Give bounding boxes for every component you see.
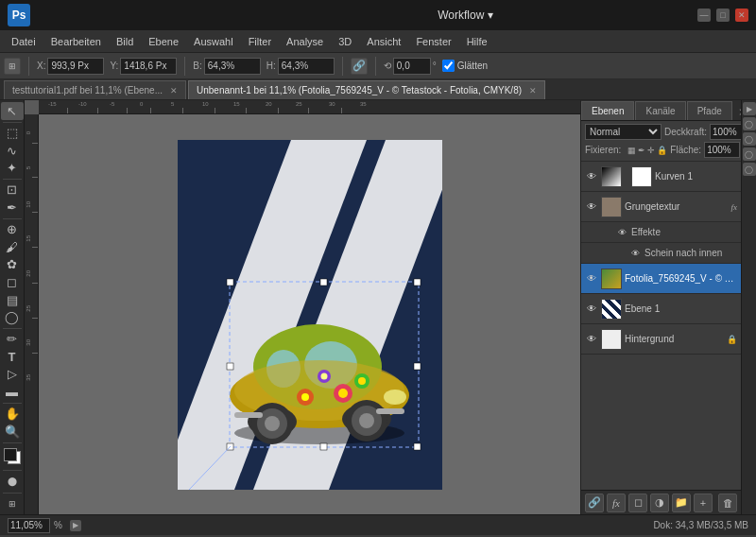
layer-new-button[interactable]: +	[694, 494, 713, 512]
ruler-h-label-8: 20	[266, 101, 272, 107]
menu-auswahl[interactable]: Auswahl	[186, 34, 241, 49]
fr-btn-5[interactable]: ◯	[743, 163, 756, 176]
tool-clone[interactable]: ✿	[1, 256, 24, 274]
layer-adjustment-button[interactable]: ◑	[650, 494, 669, 512]
layer-hintergrund[interactable]: 👁 Hintergrund 🔒	[581, 324, 741, 355]
layer-grungetextur-eye[interactable]: 👁	[585, 200, 598, 214]
layer-ebene1[interactable]: 👁 Ebene 1	[581, 294, 741, 324]
tool-dodge[interactable]: ◯	[1, 308, 24, 326]
tab-kanaele[interactable]: Kanäle	[635, 101, 685, 120]
x-input[interactable]	[47, 58, 104, 75]
panel-more-btn[interactable]: ≫	[733, 104, 741, 120]
ruler-h-label-3: -5	[110, 101, 114, 107]
tool-crop[interactable]: ⊡	[1, 182, 24, 199]
tool-lasso[interactable]: ∿	[1, 142, 24, 160]
maximize-button[interactable]: □	[716, 9, 730, 22]
lock-position-icon[interactable]: ✛	[647, 146, 655, 155]
tool-heal[interactable]: ⊕	[1, 221, 24, 239]
layer-kurven1-mask	[631, 166, 652, 187]
link-icon[interactable]: 🔗	[351, 58, 368, 75]
layer-ebene1-eye[interactable]: 👁	[585, 303, 598, 316]
fr-btn-3[interactable]: ◯	[743, 132, 756, 146]
tool-shape[interactable]: ▬	[1, 383, 24, 401]
transform-options-icon[interactable]: ⊞	[4, 58, 21, 75]
minimize-button[interactable]: —	[697, 9, 711, 22]
layer-grungetextur[interactable]: 👁 Grungetextur fx	[581, 192, 741, 222]
tool-move[interactable]: ↖	[1, 102, 24, 120]
tool-eyedropper[interactable]: ✒	[1, 199, 24, 217]
menu-3d[interactable]: 3D	[331, 34, 359, 49]
canvas-document[interactable]: ↗	[39, 114, 580, 514]
tool-eraser[interactable]: ◻	[1, 273, 24, 291]
options-bar: ⊞ X: Y: B: H: 🔗 ⟲ ° Glätten	[0, 53, 756, 79]
ruler-v-label-4: 15	[26, 235, 31, 242]
layer-schein-sub: 👁 Schein nach innen	[581, 243, 741, 264]
tool-quick-mask[interactable]: ⬤	[1, 473, 24, 491]
menu-fenster[interactable]: Fenster	[408, 34, 458, 49]
tab-unbenannt[interactable]: Unbenannt-1 bei 11,1% (Fotolia_7569245_V…	[188, 80, 545, 99]
tool-zoom[interactable]: 🔍	[1, 423, 24, 441]
tab-testtutorial[interactable]: testtutorial1.pdf bei 11,1% (Ebene... ✕	[4, 80, 186, 99]
y-input[interactable]	[120, 58, 177, 75]
zoom-input[interactable]	[8, 518, 50, 533]
menu-bild[interactable]: Bild	[109, 34, 141, 49]
workflow-dropdown[interactable]: ▾	[488, 9, 493, 22]
menu-ansicht[interactable]: Ansicht	[359, 34, 408, 49]
tool-marquee[interactable]: ⬚	[1, 124, 24, 142]
tool-screen-mode[interactable]: ⊞	[1, 495, 24, 513]
ruler-v-label-5: 20	[26, 270, 31, 277]
tool-text[interactable]: T	[1, 348, 24, 366]
layer-link-button[interactable]: 🔗	[585, 494, 604, 512]
menu-datei[interactable]: Datei	[4, 34, 43, 49]
fill-input[interactable]	[704, 142, 740, 158]
fr-btn-1[interactable]: ▶	[743, 102, 756, 115]
layer-mask-button[interactable]: ◻	[628, 494, 647, 512]
tab-ebenen[interactable]: Ebenen	[581, 101, 634, 120]
ruler-v-label-3: 10	[26, 201, 31, 208]
tool-magic-wand[interactable]: ✦	[1, 159, 24, 177]
opacity-label: Deckkraft:	[664, 127, 707, 137]
svg-rect-32	[227, 363, 233, 370]
color-swatches[interactable]	[2, 448, 23, 464]
tool-gradient[interactable]: ▤	[1, 291, 24, 309]
left-toolbar: ↖ ⬚ ∿ ✦ ⊡ ✒ ⊕ 🖌 ✿ ◻ ▤ ◯ ✏ T ▷ ▬ ✋ 🔍 ⬤ ⊞	[0, 100, 25, 514]
opacity-input[interactable]	[710, 124, 741, 140]
layer-delete-button[interactable]: 🗑	[718, 494, 737, 512]
tab-unbenannt-close[interactable]: ✕	[529, 86, 537, 95]
layer-kurven1[interactable]: 👁 Kurven 1	[581, 162, 741, 192]
angle-input[interactable]	[393, 58, 431, 75]
foreground-color[interactable]	[4, 448, 17, 461]
tab-testtutorial-close[interactable]: ✕	[170, 86, 178, 95]
close-button[interactable]: ✕	[735, 9, 748, 22]
layer-kurven1-eye[interactable]: 👁	[585, 170, 598, 183]
menu-analyse[interactable]: Analyse	[279, 34, 331, 49]
layer-fotolia[interactable]: 👁 Fotolia_7569245_V - © Tetastock - ...	[581, 264, 741, 294]
tab-pfade[interactable]: Pfade	[687, 101, 732, 120]
lock-paint-icon[interactable]: ✒	[638, 146, 645, 155]
layer-group-button[interactable]: 📁	[672, 494, 691, 512]
tool-sep-4	[3, 328, 22, 329]
tool-brush[interactable]: 🖌	[1, 238, 24, 256]
glatten-checkbox[interactable]	[442, 60, 455, 72]
sub-effekte-eye[interactable]: 👁	[615, 226, 628, 239]
tool-pen[interactable]: ✏	[1, 331, 24, 349]
fr-btn-2[interactable]: ◯	[743, 117, 756, 130]
b-input[interactable]	[204, 58, 261, 75]
lock-transparent-icon[interactable]: ▦	[627, 146, 636, 155]
ruler-h-label-9: 25	[296, 101, 302, 107]
layer-hintergrund-eye[interactable]: 👁	[585, 333, 598, 346]
layer-fx-button[interactable]: fx	[607, 494, 626, 512]
tool-path-select[interactable]: ▷	[1, 366, 24, 384]
menu-ebene[interactable]: Ebene	[141, 34, 186, 49]
menu-filter[interactable]: Filter	[241, 34, 279, 49]
tool-hand[interactable]: ✋	[1, 406, 24, 424]
blend-mode-select[interactable]: Normal Multiplizieren Abwedeln	[585, 124, 662, 140]
h-input[interactable]	[278, 58, 335, 75]
sub-schein-eye[interactable]: 👁	[628, 247, 642, 260]
fr-btn-4[interactable]: ◯	[743, 147, 756, 161]
menu-bearbeiten[interactable]: Bearbeiten	[43, 34, 109, 49]
right-panels: Ebenen Kanäle Pfade ≫ ☰ Normal Multipliz…	[580, 100, 741, 514]
layer-fotolia-eye[interactable]: 👁	[585, 272, 598, 286]
menu-hilfe[interactable]: Hilfe	[459, 34, 495, 49]
lock-all-icon[interactable]: 🔒	[657, 146, 667, 155]
